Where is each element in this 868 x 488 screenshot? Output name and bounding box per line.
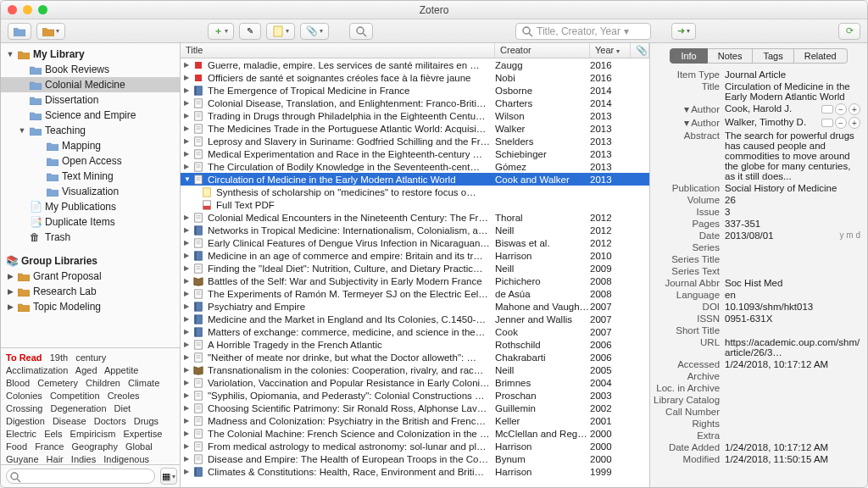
- tag-menu-button[interactable]: ▦▾: [160, 468, 177, 485]
- field-abstract[interactable]: AbstractThe search for powerful drugs ha…: [650, 130, 860, 182]
- tab-related[interactable]: Related: [794, 48, 848, 64]
- item-row[interactable]: ▶Early Clinical Features of Dengue Virus…: [181, 236, 649, 249]
- tag[interactable]: Hair: [47, 454, 64, 464]
- item-row[interactable]: ▶Officiers de santé et soignantes créole…: [181, 71, 649, 84]
- new-library-button[interactable]: ▾: [36, 23, 65, 40]
- item-row[interactable]: ▶Colonial Disease, Translation, and Enli…: [181, 97, 649, 109]
- tag[interactable]: Drugs: [134, 416, 159, 426]
- field-date-added[interactable]: Date Added1/24/2018, 10:17:12 AM: [650, 441, 860, 453]
- item-row[interactable]: ▶Medical Experimentation and Race in the…: [181, 147, 649, 160]
- item-row[interactable]: ▶Disease and Empire: The Health of Europ…: [181, 452, 649, 465]
- item-row[interactable]: ▶Matters of exchange: commerce, medicine…: [181, 325, 649, 338]
- field--author[interactable]: ▾ AuthorWalker, Timothy D.−+: [650, 116, 860, 130]
- field-doi[interactable]: DOI10.1093/shm/hkt013: [650, 301, 860, 313]
- tag[interactable]: Acclimatization: [6, 365, 68, 375]
- items-list[interactable]: ▶Guerre, maladie, empire. Les services d…: [181, 58, 649, 487]
- field--author[interactable]: ▾ AuthorCook, Harold J.−+: [650, 103, 860, 116]
- close-icon[interactable]: [8, 5, 17, 14]
- tag[interactable]: Colonies: [6, 391, 42, 401]
- field-volume[interactable]: Volume26: [650, 194, 860, 206]
- add-attachment-button[interactable]: 📎▾: [300, 23, 329, 40]
- item-row[interactable]: ▶Networks in Tropical Medicine: Internat…: [181, 224, 649, 236]
- item-row[interactable]: ▶Climates & Constitutions: Health, Race,…: [181, 465, 649, 478]
- tag[interactable]: Eels: [44, 429, 62, 439]
- maximize-icon[interactable]: [38, 5, 47, 14]
- tag-to-read[interactable]: To Read: [6, 352, 42, 363]
- item-row[interactable]: ▼Circulation of Medicine in the Early Mo…: [181, 173, 649, 186]
- tag[interactable]: Electric: [6, 429, 36, 439]
- new-item-button[interactable]: ＋▾: [208, 23, 234, 40]
- my-library[interactable]: ▼ My Library: [1, 47, 180, 62]
- tag-search-input[interactable]: [6, 469, 155, 484]
- tag[interactable]: Disease: [53, 416, 86, 426]
- remove-author-button[interactable]: −: [835, 103, 847, 115]
- collection-open-access[interactable]: Open Access: [1, 153, 180, 169]
- special-duplicate-items[interactable]: 📑Duplicate Items: [1, 214, 180, 230]
- tag[interactable]: Digestion: [6, 416, 45, 426]
- col-title[interactable]: Title: [181, 43, 495, 58]
- tab-info[interactable]: Info: [670, 48, 707, 64]
- item-row[interactable]: ▶Finding the "Ideal Diet": Nutrition, Cu…: [181, 262, 649, 274]
- field-accessed[interactable]: Accessed1/24/2018, 10:17:12 AM: [650, 358, 860, 370]
- field-short-title[interactable]: Short Title: [650, 324, 860, 336]
- tag[interactable]: Degeneration: [50, 403, 106, 413]
- items-header[interactable]: Title Creator Year ▾ 📎: [181, 43, 649, 58]
- field-date[interactable]: Date2013/08/01y m d: [650, 230, 860, 241]
- add-author-button[interactable]: +: [849, 103, 860, 115]
- remove-author-button[interactable]: −: [835, 117, 847, 129]
- item-row[interactable]: ▶A Horrible Tragedy in the French Atlant…: [181, 338, 649, 351]
- item-row[interactable]: ▶Variolation, Vaccination and Popular Re…: [181, 376, 649, 389]
- tag[interactable]: Geography: [71, 441, 117, 452]
- field-issue[interactable]: Issue3: [650, 206, 860, 218]
- field-url[interactable]: URLhttps://academic.oup.com/shm/article/…: [650, 336, 860, 358]
- add-by-identifier-button[interactable]: ✎: [239, 23, 261, 40]
- tag[interactable]: Diet: [114, 403, 131, 413]
- tag-selector[interactable]: To Read 19th century Acclimatization Age…: [1, 347, 180, 464]
- tag[interactable]: century: [75, 352, 106, 363]
- tag[interactable]: 19th: [50, 352, 68, 363]
- item-row[interactable]: ▶Transnationalism in the colonies: Coope…: [181, 363, 649, 376]
- tag[interactable]: Guyane: [6, 454, 39, 464]
- item-attachment[interactable]: Full Text PDF: [181, 198, 649, 211]
- tag[interactable]: Doctors: [94, 416, 126, 426]
- tag[interactable]: Climate: [128, 378, 159, 388]
- item-row[interactable]: ▶From medical astrology to medical astro…: [181, 440, 649, 452]
- field-series-title[interactable]: Series Title: [650, 253, 860, 265]
- field-pages[interactable]: Pages337-351: [650, 218, 860, 230]
- creator-type-toggle[interactable]: [821, 119, 833, 127]
- field-language[interactable]: Languageen: [650, 289, 860, 301]
- special-trash[interactable]: 🗑Trash: [1, 230, 180, 245]
- item-row[interactable]: ▶The Emergence of Tropical Medicine in F…: [181, 84, 649, 97]
- collection-teaching[interactable]: ▼Teaching: [1, 123, 180, 138]
- collection-dissertation[interactable]: Dissertation: [1, 92, 180, 108]
- item-row[interactable]: ▶Trading in Drugs through Philadelphia i…: [181, 109, 649, 122]
- tag[interactable]: Crossing: [6, 403, 42, 413]
- field-library-catalog[interactable]: Library Catalog: [650, 394, 860, 406]
- item-row[interactable]: ▶Battles of the Self: War and Subjectivi…: [181, 274, 649, 287]
- item-row[interactable]: ▶Guerre, maladie, empire. Les services d…: [181, 58, 649, 71]
- tag[interactable]: Appetite: [104, 365, 138, 375]
- quick-search[interactable]: Title, Creator, Year ▾: [515, 23, 651, 40]
- collection-science-and-empire[interactable]: Science and Empire: [1, 108, 180, 123]
- tag[interactable]: Expertise: [123, 429, 162, 439]
- collection-visualization[interactable]: Visualization: [1, 184, 180, 199]
- locate-button[interactable]: ➜▾: [671, 23, 696, 40]
- field-rights[interactable]: Rights: [650, 418, 860, 430]
- new-collection-button[interactable]: [8, 23, 31, 40]
- special-my-publications[interactable]: 📄My Publications: [1, 199, 180, 214]
- item-row[interactable]: ▶The Colonial Machine: French Science an…: [181, 427, 649, 440]
- collection-colonial-medicine[interactable]: Colonial Medicine: [1, 77, 180, 92]
- item-row[interactable]: ▶The Experiments of Ramón M. Termeyer SJ…: [181, 287, 649, 300]
- group-grant-proposal[interactable]: ▶Grant Proposal: [1, 269, 180, 284]
- new-note-button[interactable]: ▾: [266, 23, 295, 40]
- field-publication[interactable]: PublicationSocial History of Medicine: [650, 182, 860, 194]
- tag[interactable]: Global: [125, 441, 153, 452]
- tag[interactable]: Indies: [71, 454, 96, 464]
- tag[interactable]: Indigenous: [103, 454, 149, 464]
- field-series[interactable]: Series: [650, 241, 860, 253]
- field-archive[interactable]: Archive: [650, 370, 860, 382]
- field-title[interactable]: TitleCirculation of Medicine in the Earl…: [650, 80, 860, 103]
- minimize-icon[interactable]: [23, 5, 32, 14]
- item-row[interactable]: ▶Medicine in an age of commerce and empi…: [181, 249, 649, 262]
- field-extra[interactable]: Extra: [650, 430, 860, 441]
